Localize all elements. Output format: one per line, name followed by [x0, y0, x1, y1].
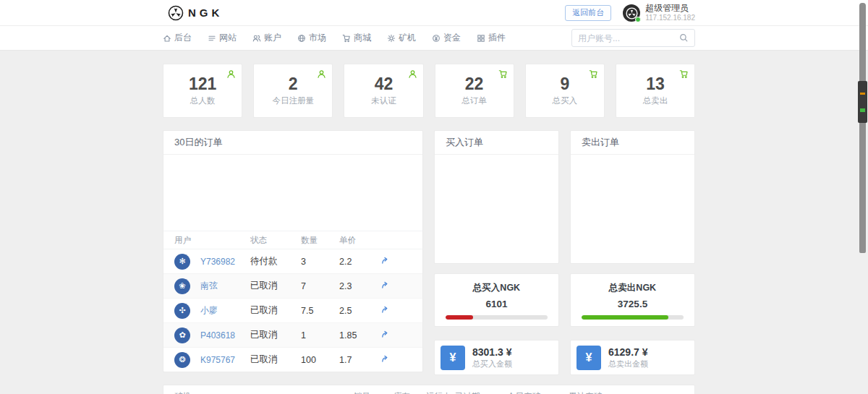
- order-qty: 3: [301, 257, 339, 267]
- user-link[interactable]: 小廖: [200, 304, 218, 317]
- table-row: ❂ K975767 已取消 100 1.7: [163, 348, 422, 372]
- ngk-card-title: 总卖出NGK: [571, 282, 694, 294]
- brand-logo: NGK: [168, 5, 223, 21]
- search-input[interactable]: [578, 33, 679, 43]
- total-sell-ngk-card: 总卖出NGK 3725.5: [570, 273, 695, 327]
- nav-item-backend[interactable]: 后台: [163, 32, 192, 44]
- redirect-arrow-icon[interactable]: [380, 256, 389, 265]
- nav-item-miners[interactable]: 矿机: [387, 32, 416, 44]
- col-header-user: 用户: [163, 235, 250, 246]
- redirect-arrow-icon[interactable]: [380, 305, 389, 314]
- orders-table-header: 用户 状态 数量 单价: [163, 231, 422, 249]
- stat-card-total-sells[interactable]: 13 总卖出: [616, 64, 695, 118]
- ngk-card-value: 3725.5: [571, 299, 694, 309]
- nav-label: 矿机: [399, 32, 416, 44]
- order-price: 1.7: [339, 355, 380, 365]
- stat-label: 总订单: [461, 95, 487, 106]
- nav-item-funds[interactable]: 资金: [432, 32, 461, 44]
- col-header-miner: 矿机: [174, 391, 354, 394]
- main-nav: 后台 网站 账户 市场 商城: [0, 26, 868, 51]
- order-qty: 7: [301, 281, 339, 291]
- order-qty: 7.5: [301, 306, 339, 316]
- stat-card-today-registered[interactable]: 2 今日注册量: [253, 64, 333, 118]
- stat-card-unverified[interactable]: 42 未认证: [344, 64, 423, 118]
- panel-title: 30日的订单: [163, 131, 422, 155]
- amount-label: 总卖出金额: [608, 359, 648, 369]
- scrollbar[interactable]: [859, 3, 866, 253]
- user-search-box: [571, 29, 695, 47]
- scroll-marker-orange: [860, 93, 865, 95]
- avatar: ❀: [174, 278, 190, 294]
- stat-label: 总卖出: [643, 95, 668, 106]
- user-link[interactable]: P403618: [200, 330, 235, 341]
- admin-ip: 117.152.16.182: [645, 14, 695, 23]
- col-header-expired: 已过期: [455, 391, 507, 394]
- person-icon: [226, 69, 236, 79]
- order-qty: 100: [301, 355, 339, 365]
- order-status: 已取消: [250, 329, 301, 341]
- miners-panel: 矿机 销量 库存 运行中 已过期 今日产矿 累计产矿: [163, 385, 695, 394]
- stat-label: 总买入: [553, 95, 578, 106]
- admin-account[interactable]: 超级管理员 117.152.16.182: [623, 3, 695, 23]
- cart-icon: [498, 69, 508, 79]
- person-icon: [408, 69, 417, 79]
- avatar: ✻: [174, 254, 190, 270]
- order-status: 已取消: [250, 280, 301, 292]
- redirect-arrow-icon[interactable]: [380, 354, 389, 363]
- nav-item-market[interactable]: 市场: [297, 32, 326, 44]
- nav-label: 市场: [309, 32, 326, 44]
- col-header-status: 状态: [250, 235, 301, 246]
- user-link[interactable]: K975767: [200, 355, 235, 365]
- stat-value: 22: [465, 75, 484, 93]
- order-status: 已取消: [250, 354, 301, 366]
- yen-circle-icon: [432, 34, 441, 43]
- panel-title: 卖出订单: [571, 131, 694, 155]
- sell-orders-panel: 卖出订单: [570, 130, 695, 264]
- stat-card-total-buys[interactable]: 9 总买入: [525, 64, 605, 118]
- table-row: ✿ P403618 已取消 1 1.85: [163, 323, 422, 348]
- stat-value: 2: [289, 75, 298, 93]
- avatar: ✣: [174, 303, 190, 319]
- brand-text: NGK: [188, 7, 223, 19]
- stat-label: 今日注册量: [273, 95, 315, 106]
- nav-item-website[interactable]: 网站: [208, 32, 237, 44]
- scrollbar-thumb[interactable]: [858, 81, 867, 123]
- progress-bar: [582, 315, 684, 320]
- total-sell-amount-card: ¥ 6129.7 ¥ 总卖出金额: [570, 340, 695, 375]
- back-to-front-button[interactable]: 返回前台: [565, 5, 611, 20]
- order-price: 2.2: [339, 257, 380, 267]
- user-link[interactable]: Y736982: [200, 257, 235, 267]
- stat-value: 13: [646, 75, 665, 93]
- admin-name: 超级管理员: [645, 3, 695, 14]
- stat-card-total-orders[interactable]: 22 总订单: [435, 64, 514, 118]
- nav-item-plugins[interactable]: 插件: [477, 32, 506, 44]
- nav-label: 网站: [219, 32, 237, 44]
- stat-value: 42: [375, 75, 393, 93]
- dashboard-main: 121 总人数 2 今日注册量 42 未认证 22 总订单: [163, 51, 695, 394]
- nav-item-accounts[interactable]: 账户: [252, 32, 281, 44]
- search-icon[interactable]: [679, 33, 689, 43]
- globe-icon: [297, 34, 306, 43]
- nav-label: 插件: [488, 32, 506, 44]
- nav-item-mall[interactable]: 商城: [342, 32, 371, 44]
- person-icon: [317, 69, 326, 79]
- yen-icon: ¥: [441, 346, 465, 370]
- admin-avatar: [623, 4, 640, 22]
- stat-value: 9: [560, 75, 569, 93]
- amount-label: 总买入金额: [472, 359, 512, 369]
- redirect-arrow-icon[interactable]: [380, 330, 389, 338]
- progress-bar: [446, 315, 548, 320]
- redirect-arrow-icon[interactable]: [380, 280, 389, 289]
- avatar: ✿: [174, 327, 190, 343]
- col-header-running: 运行中: [426, 391, 455, 394]
- orders-chart-area: [163, 155, 422, 231]
- stat-card-total-users[interactable]: 121 总人数: [163, 64, 242, 118]
- cart-icon: [342, 34, 351, 43]
- cart-icon: [589, 69, 598, 79]
- user-link[interactable]: 南弦: [200, 280, 218, 292]
- col-header-total-output: 累计产矿: [569, 391, 694, 394]
- table-row: ✻ Y736982 待付款 3 2.2: [163, 249, 422, 274]
- table-row: ❀ 南弦 已取消 7 2.3: [163, 274, 422, 299]
- order-price: 2.3: [339, 281, 380, 291]
- order-price: 2.5: [339, 306, 380, 316]
